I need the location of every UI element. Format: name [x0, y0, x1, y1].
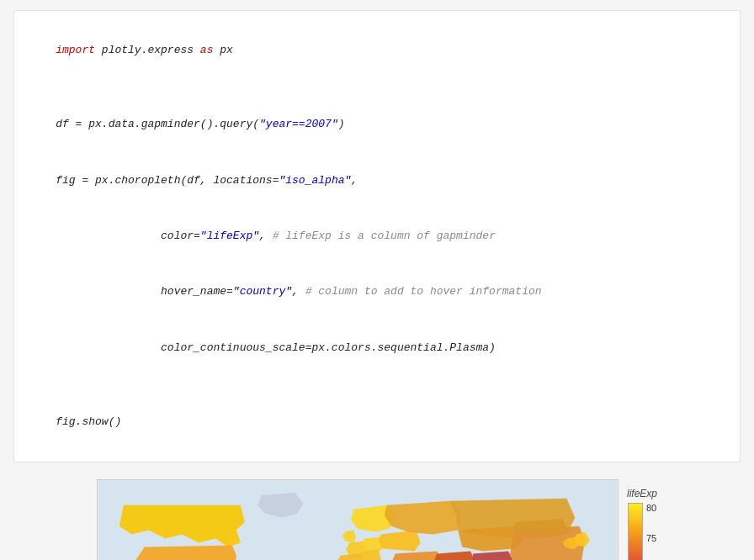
code-line-9: fig.show(): [29, 394, 725, 450]
legend-label-75: 75: [646, 533, 656, 543]
code-line-3: df = px.data.gapminder().query("year==20…: [29, 97, 725, 152]
code-line-1: import plotly.express as px: [29, 23, 725, 78]
chart-area: lifeExp 80 75 70 65 60 55 50 45: [0, 479, 754, 560]
code-block: import plotly.express as px df = px.data…: [13, 10, 741, 462]
keyword-import: import: [56, 44, 95, 56]
legend-bar-wrap: 80 75 70 65 60 55 50 45: [628, 503, 656, 560]
code-line-5: color="lifeExp", # lifeExp is a column o…: [29, 209, 725, 264]
code-line-blank-2: [29, 376, 725, 394]
keyword-as: as: [200, 44, 214, 56]
legend-labels: 80 75 70 65 60 55 50 45: [643, 503, 656, 560]
code-line-7: color_continuous_scale=px.colors.sequent…: [29, 320, 725, 376]
code-line-4: fig = px.choropleth(df, locations="iso_a…: [29, 153, 725, 209]
code-line-blank-1: [29, 78, 725, 97]
legend-color-bar: [628, 503, 643, 560]
legend: lifeExp 80 75 70 65 60 55 50 45: [627, 488, 657, 560]
world-map: [97, 479, 619, 560]
legend-label-80: 80: [646, 503, 656, 513]
code-line-6: hover_name="country", # column to add to…: [29, 264, 725, 320]
legend-title: lifeExp: [627, 488, 657, 499]
